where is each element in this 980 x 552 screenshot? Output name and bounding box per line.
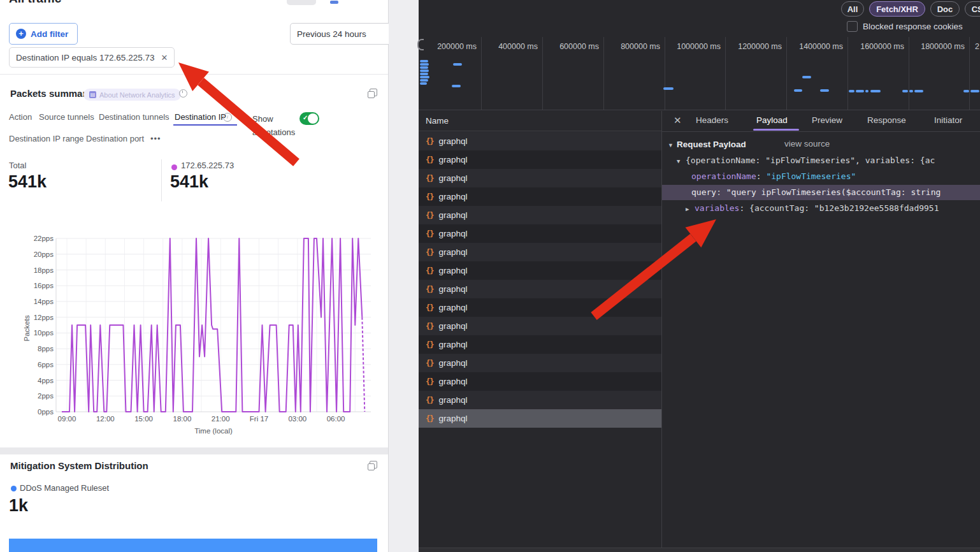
- detail-tab-payload[interactable]: Payload: [756, 115, 788, 125]
- more-tabs-button[interactable]: •••: [150, 134, 161, 143]
- request-waterfall-mark: [663, 87, 674, 90]
- tab-source-tunnels[interactable]: Source tunnels: [39, 112, 94, 122]
- request-row[interactable]: {}graphql: [419, 150, 661, 169]
- timeline-divider: [725, 37, 726, 110]
- filter-pill-fetch-xhr[interactable]: Fetch/XHR: [869, 1, 925, 17]
- show-annotations-toggle[interactable]: ✓: [299, 112, 319, 125]
- svg-text:6pps: 6pps: [38, 361, 54, 368]
- tab-destination-ip-range[interactable]: Destination IP range: [9, 134, 84, 143]
- filter-pill-all[interactable]: All: [841, 1, 864, 17]
- checkbox-box[interactable]: [847, 21, 858, 32]
- request-row[interactable]: {}graphql: [419, 354, 661, 372]
- clock-icon: [179, 89, 187, 98]
- json-brackets-icon: {}: [426, 229, 433, 238]
- checkbox-blocked-response-cookies[interactable]: Blocked response cookies: [847, 21, 963, 32]
- devtools-footer: [419, 548, 980, 552]
- detail-tab-headers[interactable]: Headers: [696, 115, 728, 125]
- request-row[interactable]: {}graphql: [419, 132, 661, 150]
- packets-timeseries-chart[interactable]: 0pps2pps4pps6pps8pps10pps12pps14pps16pps…: [19, 233, 384, 441]
- request-row[interactable]: {}graphql: [419, 187, 661, 206]
- request-row[interactable]: {}graphql: [419, 243, 661, 261]
- add-filter-button[interactable]: + Add filter: [9, 23, 78, 45]
- timeline-tick-label: 600000 ms: [559, 42, 599, 51]
- close-icon[interactable]: ✕: [674, 115, 682, 126]
- payload-row-query[interactable]: query: "query ipFlowTimeseries($accountT…: [662, 185, 980, 200]
- request-waterfall-mark: [420, 79, 428, 82]
- timeline-tick-label: 1800000 ms: [921, 42, 965, 51]
- timeline-tick-label: 800000 ms: [621, 42, 660, 51]
- request-waterfall-mark: [452, 85, 461, 87]
- expand-card-icon[interactable]: [370, 89, 377, 96]
- request-waterfall-mark: [909, 90, 913, 92]
- tab-destination-port[interactable]: Destination port: [86, 134, 144, 143]
- overview-handle[interactable]: [417, 39, 424, 50]
- triangle-icon[interactable]: ▼: [677, 154, 686, 168]
- timeline-divider: [665, 37, 665, 110]
- request-row[interactable]: {}graphql: [419, 391, 661, 409]
- request-name: graphql: [438, 247, 467, 257]
- request-row[interactable]: {}graphql: [419, 224, 661, 243]
- triangle-icon[interactable]: ▶: [686, 201, 695, 216]
- about-network-analytics-badge[interactable]: ▤ About Network Analytics: [83, 89, 181, 101]
- clipped-control: [287, 0, 316, 5]
- triangle-down-icon[interactable]: ▼: [668, 138, 677, 152]
- detail-tab-initiator[interactable]: Initiator: [934, 115, 962, 125]
- payload-preview-line[interactable]: ▼{operationName: "ipFlowTimeseries", var…: [662, 153, 980, 168]
- divider: [161, 159, 162, 201]
- filter-chip[interactable]: Destination IP equals 172.65.225.73 ✕: [9, 47, 175, 68]
- timeline-divider: [786, 37, 787, 110]
- detail-tab-preview[interactable]: Preview: [812, 115, 842, 125]
- name-column-header[interactable]: Name: [419, 111, 661, 131]
- request-waterfall-mark: [802, 76, 811, 78]
- request-waterfall-mark: [420, 69, 429, 72]
- json-brackets-icon: {}: [426, 174, 433, 183]
- tab-destination-tunnels[interactable]: Destination tunnels: [99, 112, 169, 122]
- request-waterfall-mark: [420, 76, 429, 78]
- svg-text:03:00: 03:00: [288, 415, 306, 423]
- request-row[interactable]: {}graphql: [419, 280, 661, 298]
- request-name: graphql: [438, 358, 467, 368]
- json-brackets-icon: {}: [426, 322, 433, 331]
- analytics-panel: All traffic + Add filter Previous 24 hou…: [0, 0, 389, 552]
- detail-tab-response[interactable]: Response: [867, 115, 906, 125]
- request-waterfall-mark: [914, 90, 923, 92]
- request-row[interactable]: {}graphql: [419, 317, 661, 335]
- view-source-link[interactable]: view source: [784, 136, 830, 152]
- request-row[interactable]: {}graphql: [419, 298, 661, 317]
- info-icon[interactable]: i: [223, 113, 232, 122]
- svg-text:12:00: 12:00: [96, 415, 115, 423]
- timeline-divider: [542, 37, 543, 110]
- mitigation-bar[interactable]: [9, 539, 377, 552]
- request-row[interactable]: {}graphql: [419, 409, 661, 428]
- request-name: graphql: [438, 414, 467, 423]
- expand-card-icon[interactable]: [370, 461, 377, 468]
- filter-pill-doc[interactable]: Doc: [930, 1, 960, 17]
- svg-text:8pps: 8pps: [38, 345, 54, 352]
- request-waterfall-mark: [856, 90, 864, 92]
- time-range-dropdown[interactable]: Previous 24 hours ▼: [290, 23, 401, 45]
- svg-text:21:00: 21:00: [212, 415, 230, 423]
- timeline-divider: [909, 37, 909, 110]
- request-row[interactable]: {}graphql: [419, 169, 661, 187]
- request-waterfall-mark: [453, 63, 462, 66]
- screenshot-root: { "colors": { "accent_blue": "#2c67da", …: [0, 0, 980, 552]
- waterfall-overview[interactable]: 200000 ms400000 ms600000 ms800000 ms1000…: [419, 37, 980, 110]
- request-waterfall-mark: [420, 60, 428, 62]
- svg-text:18pps: 18pps: [34, 266, 54, 274]
- request-row[interactable]: {}graphql: [419, 261, 661, 280]
- request-name: graphql: [438, 321, 467, 331]
- tab-destination-ip[interactable]: Destination IP: [175, 112, 226, 122]
- request-name: graphql: [438, 173, 467, 183]
- series-label: 172.65.225.73: [181, 161, 234, 170]
- payload-row-variables[interactable]: ▶variables: {accountTag: "b12e3b2192ee55…: [662, 201, 980, 216]
- tab-action[interactable]: Action: [9, 112, 32, 122]
- request-row[interactable]: {}graphql: [419, 372, 661, 391]
- json-brackets-icon: {}: [426, 359, 433, 368]
- payload-row-operationName[interactable]: operationName: "ipFlowTimeseries": [662, 169, 980, 184]
- timeline-tick-label: 1000000 ms: [677, 42, 721, 51]
- request-row[interactable]: {}graphql: [419, 206, 661, 224]
- request-row[interactable]: {}graphql: [419, 335, 661, 354]
- close-icon[interactable]: ✕: [161, 53, 168, 62]
- filter-pill-css[interactable]: CSS: [965, 1, 980, 17]
- timeline-tick-label: 200000 ms: [437, 42, 477, 51]
